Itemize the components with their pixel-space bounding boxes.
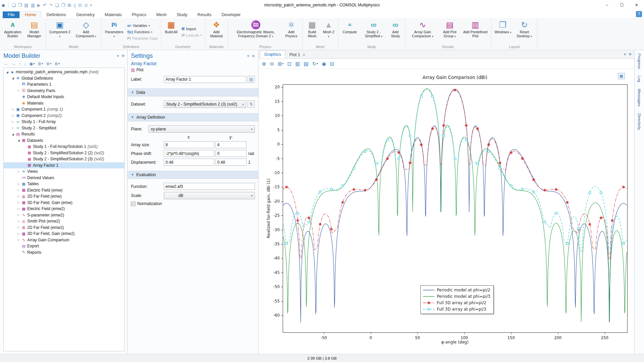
- zoom-out-icon[interactable]: ⊖: [270, 61, 274, 67]
- tree-item-electric-field-emw2[interactable]: ▷▩Electric Field (emw2): [4, 206, 124, 212]
- tree-item-export[interactable]: ▤Export: [4, 243, 124, 249]
- tree-item-study-2-simplified-solution-2-2[interactable]: ▦Study 2 - Simplified/Solution 2 (2)(sol…: [4, 150, 124, 156]
- label-field[interactable]: [164, 76, 246, 83]
- tab-physics[interactable]: Physics: [127, 11, 151, 18]
- tree-expanded-arrow-icon[interactable]: ◢: [16, 139, 21, 142]
- copy-icon[interactable]: ❏: [55, 3, 59, 7]
- tree-item-geometry-parts[interactable]: ▷ⒶGeometry Parts: [4, 88, 124, 94]
- tree-item-s-parameter-emw2[interactable]: ▷∿S-parameter (emw2): [4, 212, 124, 218]
- side-tab-log[interactable]: Log: [637, 76, 641, 82]
- ribbon-button-add-plot-group[interactable]: ▤Add Plot Group ▾: [439, 19, 461, 45]
- array-size-x-field[interactable]: [164, 141, 214, 148]
- tree-collapsed-arrow-icon[interactable]: ▷: [16, 232, 21, 235]
- tree-item-study-1-full-array[interactable]: ▷∞Study 1 - Full Array: [4, 119, 124, 125]
- tree-collapsed-arrow-icon[interactable]: ▷: [11, 120, 15, 123]
- tree-item-2d-far-field-emw[interactable]: ▷◍2D Far Field (emw): [4, 193, 124, 200]
- ribbon-button-compute[interactable]: =Compute: [340, 19, 360, 45]
- label-frame-button[interactable]: ▤: [247, 76, 255, 83]
- back-button[interactable]: ←: [4, 61, 8, 66]
- plot-button[interactable]: ▥ Plot: [131, 68, 255, 72]
- ribbon-button-electromagnetic-waves-frequency-domain-2[interactable]: ♒Electromagnetic Waves, Frequency Domain…: [230, 19, 282, 45]
- tree-item-study-1-full-array-solution-1[interactable]: ▦Study 1 - Full Array/Solution 1(sol1): [4, 144, 124, 150]
- evaluation-section-header[interactable]: ▼ Evaluation: [128, 171, 258, 179]
- ribbon-button-array-gain-comparison[interactable]: ∿Array Gain Comparison ▾: [407, 19, 439, 45]
- y-axis-data-icon[interactable]: ▤: [304, 61, 309, 67]
- duplicate-icon[interactable]: ⊞: [67, 3, 71, 7]
- plot-properties-button[interactable]: ▦: [618, 73, 625, 79]
- open-file-icon[interactable]: ❐: [18, 3, 22, 7]
- ribbon-button-add-component[interactable]: ◇Add Component ▾: [73, 19, 99, 45]
- tree-item-parameters-1[interactable]: PiParameters 1: [4, 81, 124, 88]
- ribbon-button-model-manager[interactable]: ▤Model Manager: [25, 19, 44, 45]
- tree-collapsed-arrow-icon[interactable]: ▷: [11, 114, 15, 117]
- tree-collapsed-arrow-icon[interactable]: ▷: [11, 108, 15, 111]
- tab-plot-1[interactable]: Plot 1✕: [285, 51, 309, 58]
- collapse-all-button[interactable]: ≣▾: [38, 61, 43, 66]
- side-tab-messages[interactable]: Messages: [637, 89, 641, 106]
- tree-expanded-arrow-icon[interactable]: ◢: [11, 77, 15, 80]
- ribbon-button-application-builder[interactable]: AApplication Builder: [2, 19, 24, 45]
- tree-item-derived-values[interactable]: 8.85Derived Values: [4, 175, 124, 181]
- function-field[interactable]: [164, 183, 255, 190]
- tree-item-3d-far-field-gain-emw2[interactable]: ▷▩3D Far Field, Gain (emw2): [4, 231, 124, 237]
- tree-collapsed-arrow-icon[interactable]: ▷: [16, 238, 21, 241]
- tree-expanded-arrow-icon[interactable]: ◢: [5, 71, 9, 74]
- help-icon[interactable]: ?: [636, 11, 642, 17]
- tree-item-smith-plot-emw2[interactable]: ▷◎Smith Plot (emw2): [4, 218, 124, 225]
- tree-item-results[interactable]: ◢▤Results: [4, 131, 124, 137]
- select-icon[interactable]: ⊡: [78, 3, 82, 7]
- forward-button[interactable]: →: [11, 61, 16, 66]
- array-definition-section-header[interactable]: ▼ Array Definition: [128, 113, 258, 121]
- tab-file[interactable]: File: [3, 11, 19, 18]
- ribbon-button-variables[interactable]: a=Variables▾: [127, 23, 158, 29]
- paste-icon[interactable]: ❐: [61, 3, 65, 7]
- plane-combo[interactable]: xy-plane ▾: [148, 125, 255, 133]
- tree-item-electric-field-emw[interactable]: ▷▩Electric Field (emw): [4, 187, 124, 194]
- move-up-button[interactable]: ↑: [19, 61, 21, 66]
- tree-item-microstrip-patch-antenna-periodic-mph[interactable]: ◢◈microstrip_patch_antenna_periodic.mph(…: [4, 69, 124, 75]
- pin-icon[interactable]: ✜: [629, 52, 632, 56]
- zoom-tools-icon[interactable]: ⊙: [84, 3, 88, 7]
- zoom-box-icon[interactable]: ⊞▾: [278, 61, 284, 67]
- tab-home[interactable]: Home: [19, 11, 41, 18]
- ribbon-button-add-physics[interactable]: ⚛Add Physics: [282, 19, 301, 45]
- displacement-y-field[interactable]: [216, 159, 246, 166]
- tree-item-views[interactable]: ▷✛Views: [4, 168, 124, 175]
- ribbon-button-windows[interactable]: ❐Windows ▾: [493, 19, 513, 45]
- tree-item-reports[interactable]: ✎Reports: [4, 249, 124, 256]
- tree-item-study-2-simplified[interactable]: ▷∞Study 2 - Simplified: [4, 125, 124, 131]
- side-tab-progress[interactable]: Progress: [637, 53, 641, 69]
- tree-collapsed-arrow-icon[interactable]: ▷: [16, 207, 21, 210]
- data-section-header[interactable]: ▼ Data: [128, 88, 258, 96]
- show-options-button[interactable]: ◉▾: [29, 61, 35, 66]
- x-axis-data-icon[interactable]: ▥: [295, 61, 300, 67]
- tree-item-datasets[interactable]: ◢▦Datasets: [4, 137, 124, 144]
- tree-collapsed-arrow-icon[interactable]: ▷: [16, 183, 21, 186]
- ribbon-button-build-mesh[interactable]: ▦Build Mesh: [304, 19, 320, 45]
- new-file-icon[interactable]: ❏: [12, 3, 16, 7]
- displacement-x-field[interactable]: [164, 159, 214, 166]
- tab-definitions[interactable]: Definitions: [42, 11, 71, 18]
- run-icon[interactable]: ▶: [37, 3, 41, 7]
- tree-item-default-model-inputs[interactable]: ❖Default Model Inputs: [4, 94, 124, 100]
- tree-collapsed-arrow-icon[interactable]: ▷: [16, 213, 21, 216]
- tree-collapsed-arrow-icon[interactable]: ▷: [16, 189, 21, 192]
- redo-icon[interactable]: ↷: [49, 3, 53, 7]
- undo-icon[interactable]: ↶: [43, 3, 47, 7]
- ribbon-button-functions[interactable]: f(x)Functions▾: [127, 29, 158, 35]
- tree-item-array-factor-1[interactable]: ▦Array Factor 1: [4, 162, 124, 169]
- ribbon-button-build-all[interactable]: ▦Build All: [163, 19, 180, 45]
- ribbon-button-import[interactable]: ⊞Import: [182, 26, 202, 32]
- delete-icon[interactable]: ▯: [74, 3, 76, 7]
- tree-item-study-2-simplified-solution-2-3[interactable]: ▦Study 2 - Simplified/Solution 2 (3)(sol…: [4, 156, 124, 162]
- tab-graphics[interactable]: Graphics: [260, 50, 285, 58]
- print-icon[interactable]: ⊟: [330, 61, 334, 67]
- dataset-extra-button[interactable]: ⇅: [247, 100, 255, 108]
- tree-item-global-definitions[interactable]: ◢⊕Global Definitions: [4, 75, 124, 82]
- tree-item-3d-far-field-gain-emw[interactable]: ▷▩3D Far Field, Gain (emw): [4, 200, 124, 206]
- tab-materials[interactable]: Materials: [100, 11, 127, 18]
- tab-study[interactable]: Study: [172, 11, 192, 18]
- expand-all-button[interactable]: ≣▾: [46, 61, 51, 66]
- close-icon[interactable]: ✕: [303, 53, 305, 57]
- save-icon[interactable]: ▤: [24, 3, 28, 7]
